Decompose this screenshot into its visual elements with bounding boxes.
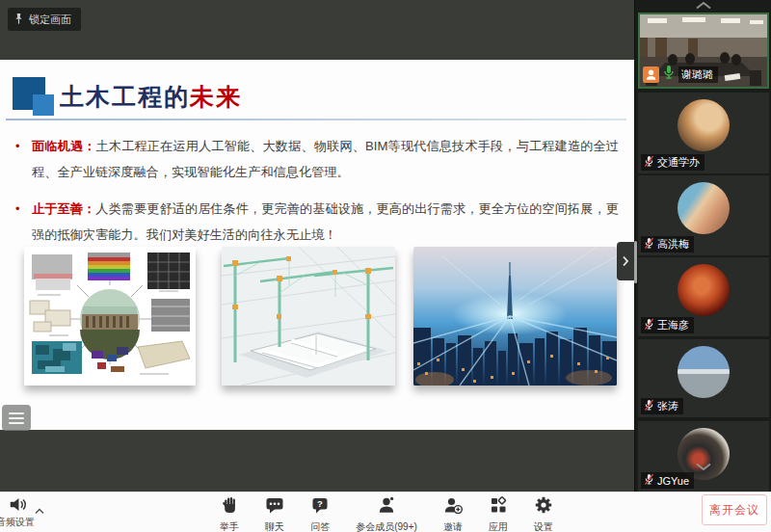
slide-title: 土木工程的未来 — [60, 81, 242, 113]
svg-text:?: ? — [317, 498, 323, 509]
scroll-down-button[interactable] — [635, 463, 771, 471]
chat-button[interactable]: 聊天 — [265, 495, 284, 532]
participants-sidebar: 谢璐璐 交通学办 高洪梅 王海彦 张涛 JGYue — [634, 0, 771, 492]
mic-muted-icon — [644, 155, 654, 170]
mic-muted-icon — [644, 237, 654, 252]
qa-label: 问答 — [310, 520, 330, 532]
participants-button[interactable]: 参会成员(99+) — [356, 495, 417, 532]
chevron-up-icon — [695, 1, 712, 10]
invite-icon — [443, 495, 463, 519]
bullet-marker: • — [15, 196, 32, 248]
audio-settings-control[interactable]: 音频设置 — [0, 492, 67, 531]
title-divider — [6, 119, 626, 120]
participant-tile-video[interactable]: 谢璐璐 — [638, 13, 769, 89]
participant-name: 谢璐璐 — [681, 67, 713, 82]
slide-images — [24, 247, 617, 386]
participants-label: 参会成员(99+) — [356, 520, 417, 532]
mic-muted-icon — [644, 473, 654, 488]
leave-meeting-button[interactable]: 离开会议 — [702, 494, 767, 525]
participant-name: JGYue — [657, 475, 689, 487]
participants-icon — [377, 495, 396, 519]
slide-image-bim-collage — [24, 247, 196, 386]
chevron-right-icon — [622, 255, 629, 267]
lock-view-label: 锁定画面 — [29, 13, 71, 27]
slide-title-main: 土木工程的 — [60, 83, 190, 110]
avatar — [678, 346, 730, 398]
lock-view-button[interactable]: 锁定画面 — [8, 8, 81, 31]
toolbar-center-buttons: 举手 聊天 ? 问答 参会成员(99+) 邀请 应用 设置 — [220, 495, 553, 532]
mic-muted-icon — [644, 318, 654, 332]
slide-title-accent: 未来 — [190, 83, 242, 110]
apps-label: 应用 — [489, 520, 508, 532]
invite-button[interactable]: 邀请 — [443, 495, 463, 532]
settings-button[interactable]: 设置 — [534, 495, 553, 532]
bullet-text: 面临机遇：土木工程正在运用人工智能、大数据、物联网、BIM等现代信息技术手段，与… — [32, 133, 619, 185]
raise-hand-button[interactable]: 举手 — [220, 495, 239, 532]
qa-button[interactable]: ? 问答 — [310, 495, 330, 532]
participant-tile[interactable]: 张涛 — [638, 339, 769, 417]
bullet-item: • 面临机遇：土木工程正在运用人工智能、大数据、物联网、BIM等现代信息技术手段… — [15, 133, 619, 185]
qa-icon: ? — [310, 495, 330, 519]
raise-hand-icon — [220, 495, 239, 519]
participant-tile[interactable]: 交通学办 — [638, 93, 769, 173]
gear-icon — [534, 495, 553, 519]
slide-image-smart-city — [413, 247, 617, 386]
participant-name: 张涛 — [657, 399, 678, 413]
presentation-slide: 土木工程的未来 • 面临机遇：土木工程正在运用人工智能、大数据、物联网、BIM等… — [0, 60, 634, 430]
raise-hand-label: 举手 — [220, 520, 239, 532]
participant-name: 交通学办 — [657, 155, 700, 170]
chevron-down-icon — [695, 463, 712, 471]
shared-screen-area: 锁定画面 土木工程的未来 • 面临机遇：土木工程正在运用人工智能、大数据、物联网… — [0, 0, 634, 532]
bullet-text: 止于至善：人类需要更舒适的居住条件，更完善的基础设施，更高的出行需求，更全方位的… — [32, 196, 619, 248]
chat-icon — [265, 495, 284, 519]
pin-icon — [13, 13, 24, 27]
slide-logo-overlay — [33, 94, 54, 116]
bullet-lead: 止于至善： — [32, 201, 95, 216]
bullet-lead: 面临机遇： — [32, 139, 96, 153]
apps-icon — [489, 495, 508, 519]
mic-on-icon — [662, 65, 676, 84]
sidebar-scrollbar[interactable] — [634, 241, 637, 283]
slide-image-construction — [222, 247, 395, 386]
host-avatar-badge — [643, 66, 659, 83]
audio-expand-chevron[interactable] — [35, 501, 44, 519]
participant-tile[interactable]: JGYue — [638, 421, 769, 492]
participant-tile[interactable]: 高洪梅 — [638, 175, 769, 255]
avatar — [678, 99, 730, 151]
audio-settings-label: 音频设置 — [0, 516, 35, 529]
apps-button[interactable]: 应用 — [489, 495, 508, 532]
bullet-body: 土木工程正在运用人工智能、大数据、物联网、BIM等现代信息技术手段，与工程建造的… — [32, 139, 619, 179]
participant-name: 王海彦 — [657, 318, 689, 332]
chat-label: 聊天 — [265, 520, 284, 532]
participant-name: 高洪梅 — [657, 237, 689, 252]
participant-tile[interactable]: 王海彦 — [638, 257, 769, 336]
bullet-marker: • — [15, 133, 32, 185]
scroll-up-button[interactable] — [635, 1, 771, 10]
bullet-item: • 止于至善：人类需要更舒适的居住条件，更完善的基础设施，更高的出行需求，更全方… — [15, 196, 619, 248]
settings-label: 设置 — [534, 520, 553, 532]
avatar — [678, 182, 730, 234]
annotation-menu-button[interactable] — [2, 405, 31, 431]
slide-bullets: • 面临机遇：土木工程正在运用人工智能、大数据、物联网、BIM等现代信息技术手段… — [15, 133, 619, 258]
speaker-icon — [8, 495, 29, 518]
bullet-body: 人类需要更舒适的居住条件，更完善的基础设施，更高的出行需求，更全方位的空间拓展，… — [32, 201, 619, 242]
mic-muted-icon — [644, 399, 654, 413]
sidebar-collapse-handle[interactable] — [617, 242, 634, 280]
invite-label: 邀请 — [443, 520, 463, 532]
avatar — [678, 264, 730, 316]
